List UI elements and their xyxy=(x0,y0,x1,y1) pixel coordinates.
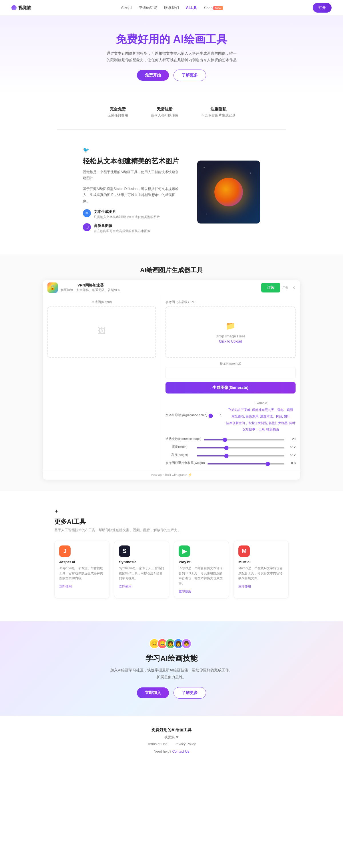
ad-subscribe-button[interactable]: 订阅 xyxy=(261,283,280,292)
nav-ai-link[interactable]: AI应用 xyxy=(121,5,132,10)
param-width-label: 宽度(width) xyxy=(166,445,194,449)
param-height: 高度(height) 512 xyxy=(166,453,296,457)
logo: 视觉族 xyxy=(11,5,31,10)
intro-feature2: ⬡ 高质量图像 在几秒内即可生成高质量的精美艺术图像 xyxy=(83,223,180,233)
weight-value: 0.8 xyxy=(287,461,296,465)
param-weight: 参考图权重控制权重(weight) 0.8 xyxy=(166,461,296,465)
param-width: 宽度(width) 512 xyxy=(166,445,296,449)
ad-info: VPN网络加速器 解压加速、安全隐私、畅通无阻、告别VPN xyxy=(61,283,121,292)
badge-icon: 🐦 xyxy=(83,147,89,153)
width-slider[interactable] xyxy=(196,447,285,448)
intro-section: 🐦 轻松从文本创建精美的艺术图片 视觉族是一个很于使用的AI绘画工具，使用人工智… xyxy=(29,130,314,254)
image-upload-area[interactable]: 📁 Drop Image Here Click to Upload xyxy=(166,307,296,358)
hero-section: 免费好用的 AI绘画工具 通过文本到图像扩散模型，可以根据文本提示输入人快速生成… xyxy=(0,16,343,95)
prompt-area: 提示词(prompt) xyxy=(166,362,296,379)
tool-card-synthesia: S Synthesia Synthesia是一家专于人工智能的视频制作工具，可以… xyxy=(114,540,169,598)
feature-no-register: 无需注册 任何人都可以使用 xyxy=(151,107,178,118)
generate-button[interactable]: 生成图像(Generate) xyxy=(166,382,296,394)
nav-contact-link[interactable]: 联系我们 xyxy=(164,5,179,10)
example-3[interactable]: 洁净创新空间，专业江大制品, 轻盈江大制品, 阔叶 xyxy=(226,421,296,426)
example-4[interactable]: 父母故事，日系, 唯美插画 xyxy=(226,427,296,432)
synthesia-name: Synthesia xyxy=(119,560,164,564)
nav-shop-link[interactable]: ShopNew xyxy=(204,6,223,10)
synthesia-icon: S xyxy=(119,546,130,557)
hero-learn-button[interactable]: 了解更多 xyxy=(173,69,206,81)
param-guidance: 文本引导缩放(guidance scale) 7 Example 飞站站在三叉戟… xyxy=(166,397,296,433)
width-value: 512 xyxy=(287,445,296,449)
guidance-slider-container xyxy=(209,413,210,417)
intro-desc2: 基于开源AI绘图模型Stable Diffusion，可以根据任何文本提示输入，… xyxy=(83,186,180,205)
prompt-input[interactable] xyxy=(166,367,296,378)
hero-start-button[interactable]: 免费开始 xyxy=(137,70,169,81)
tools-grid: J Jasper.ai Jasper.ai是一个专注于写作辅助工具，它帮助你快速… xyxy=(54,540,289,598)
footer-logo: 免费好用的AI绘画工具 xyxy=(6,727,337,733)
jasper-icon: J xyxy=(59,546,71,557)
height-slider-container xyxy=(196,453,285,457)
avatar-group: 😊 😄 🧑 👩 👨 xyxy=(6,639,337,649)
steps-slider[interactable] xyxy=(204,439,285,440)
intro-title: 轻松从文本创建精美的艺术图片 xyxy=(83,157,180,165)
width-slider-container xyxy=(196,445,285,449)
privacy-link[interactable]: Privacy Policy xyxy=(174,742,196,746)
nav-cta-button[interactable]: 打开 xyxy=(313,3,332,12)
height-value: 512 xyxy=(287,453,296,457)
play-icon: ▶ xyxy=(179,546,190,557)
terms-link[interactable]: Terms of Use xyxy=(147,742,168,746)
play-link[interactable]: 立即使用 xyxy=(179,590,191,593)
feature-privacy: 注重隐私 不会保存图片生成记录 xyxy=(201,107,236,118)
nav-links: AI应用 申请码功能 联系我们 AI工具 ShopNew xyxy=(121,5,223,10)
prompt-label: 提示词(prompt) xyxy=(166,362,296,366)
feature2-text: 高质量图像 在几秒内即可生成高质量的精美艺术图像 xyxy=(94,223,150,233)
murf-desc: Murf.ai是一个在线AI文字转音合成配音工具，可以将文本内容转换为自然文件。 xyxy=(238,566,284,581)
tool-container: 🔒 VPN网络加速器 解压加速、安全隐私、畅通无阻、告别VPN 订阅 广告 ✕ … xyxy=(43,280,300,479)
steps-value: 20 xyxy=(287,437,296,441)
synthesia-link[interactable]: 立即使用 xyxy=(119,585,132,588)
example-1[interactable]: 飞站站在三叉戟, 腿部被光照九天、雷电、玛丽 xyxy=(226,407,296,413)
logo-dot xyxy=(11,5,16,10)
footer-help: Need help? Contact Us xyxy=(6,749,337,753)
drop-text: Drop Image Here xyxy=(215,334,245,338)
jasper-desc: Jasper.ai是一个专注于写作辅助工具，它帮助你快速生成各种类型的文案和内容… xyxy=(59,566,105,581)
param-guidance-label: 文本引导缩放(guidance scale) xyxy=(166,413,207,417)
jasper-link[interactable]: 立即使用 xyxy=(59,585,72,588)
tool-output-panel: 生成图(output) 🖼 xyxy=(43,296,161,470)
navbar: 视觉族 AI应用 申请码功能 联系我们 AI工具 ShopNew 打开 xyxy=(0,0,343,16)
murf-name: Murf.ai xyxy=(238,560,284,564)
feature-free: 完全免费 无需任何费用 xyxy=(107,107,128,118)
feature1-text: 文本生成图片 只需输入文字描述即可快速生成任何类型的图片 xyxy=(94,209,160,219)
param-steps-label: 迭代次数(inference steps) xyxy=(166,437,202,441)
cta-section: 😊 😄 🧑 👩 👨 学习AI绘画技能 加入AI绘画学习社区，快速掌握最新AI绘画… xyxy=(0,621,343,716)
height-slider[interactable] xyxy=(196,455,285,457)
output-label: 生成图(output) xyxy=(47,300,156,304)
intro-image: ✦ ✦ ★ xyxy=(197,160,260,223)
synthesia-desc: Synthesia是一家专于人工智能的视频制作工具，可以创建AI绘画的学习视频。 xyxy=(119,566,164,581)
param-height-label: 高度(height) xyxy=(166,453,194,457)
more-tools-desc: 基于人工智能技术的AI工具，帮助你快速创建文案、视频、配音，解放你的生产力。 xyxy=(54,528,289,533)
murf-link[interactable]: 立即使用 xyxy=(238,585,251,588)
input-panel-header: 参考图（非必须）0% xyxy=(166,300,296,304)
guidance-slider[interactable] xyxy=(209,415,210,416)
image-icon: 🖼 xyxy=(98,326,106,336)
cta-title: 学习AI绘画技能 xyxy=(6,653,337,663)
tool-footer: view api • built with gradio ⚡ xyxy=(43,470,300,479)
avatar-5: 👨 xyxy=(181,639,192,649)
click-upload-text[interactable]: Click to Upload xyxy=(219,339,242,343)
weight-slider[interactable] xyxy=(207,463,285,464)
nav-tool-link[interactable]: AI工具 xyxy=(186,5,197,10)
contact-link[interactable]: Contact Us xyxy=(172,749,189,753)
cta-learn-button[interactable]: 了解更多 xyxy=(173,687,206,699)
jasper-name: Jasper.ai xyxy=(59,560,105,564)
play-name: Play.ht xyxy=(179,560,224,564)
more-tools-section: ✦ 更多AI工具 基于人工智能技术的AI工具，帮助你快速创建文案、视频、配音，解… xyxy=(43,491,300,616)
cta-desc: 加入AI绘画学习社区，快速掌握最新AI绘画技能，帮助你更好的完成工作、扩展思象力… xyxy=(109,667,234,680)
nav-feature-link[interactable]: 申请码功能 xyxy=(139,5,157,10)
ad-close-button[interactable]: ✕ xyxy=(292,285,296,290)
more-tools-title: 更多AI工具 xyxy=(54,518,289,526)
example-2[interactable]: 东昆崙石, 白边东岸, 清澈河流、树冠, 阔叶 xyxy=(226,414,296,419)
steps-slider-container xyxy=(204,437,285,441)
footer-tagline: 视觉族 ❤ xyxy=(6,735,337,740)
hero-buttons: 免费开始 了解更多 xyxy=(6,69,337,81)
cta-join-button[interactable]: 立即加入 xyxy=(137,687,169,698)
examples-panel: Example 飞站站在三叉戟, 腿部被光照九天、雷电、玛丽 东昆崙石, 白边东… xyxy=(226,397,296,433)
tool-input-panel: 参考图（非必须）0% 📁 Drop Image Here Click to Up… xyxy=(161,296,300,470)
